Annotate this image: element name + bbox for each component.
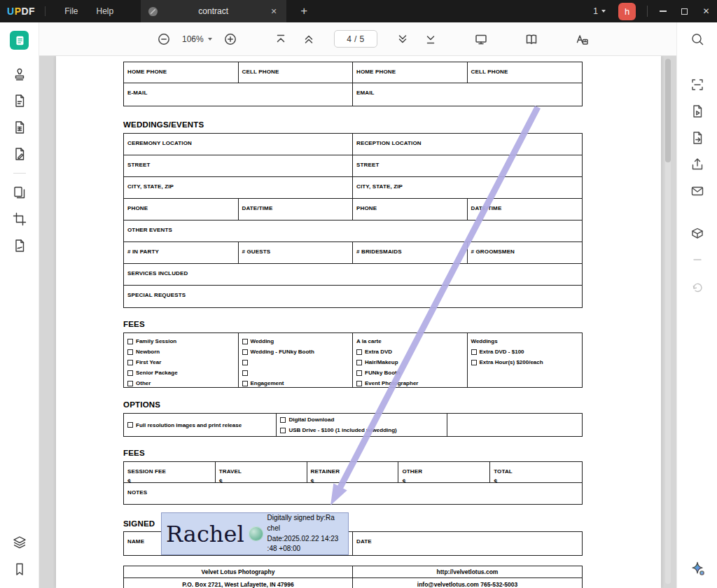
checkbox[interactable] <box>280 417 286 423</box>
options-table: Full resolution images and print release… <box>123 413 583 437</box>
field-label: DATE <box>356 538 372 545</box>
scrollbar-thumb[interactable] <box>665 59 671 162</box>
left-sidebar <box>0 22 39 588</box>
checkbox-item: Extra DVD <box>356 346 464 357</box>
first-page-button[interactable] <box>271 29 291 49</box>
checkbox[interactable] <box>471 349 477 355</box>
edit-tool-icon[interactable] <box>9 144 30 164</box>
table-row: P.O. Box 2721, West Lafayette, IN 47996 … <box>124 578 582 588</box>
email-icon[interactable] <box>687 181 708 202</box>
layers-icon[interactable] <box>9 532 30 553</box>
checkbox-item: Family Session <box>127 336 235 346</box>
digital-signature[interactable]: Rachel Digitally signed by:Ra chel Date:… <box>161 512 349 555</box>
center-column: 106% 4 / 5 <box>39 22 676 588</box>
stamp-tool-icon[interactable] <box>9 64 30 85</box>
crop-tool-icon[interactable] <box>9 209 30 230</box>
company-name: Velvet Lotus Photography <box>124 566 353 578</box>
checkbox[interactable] <box>127 370 133 376</box>
previous-page-button[interactable] <box>299 29 319 49</box>
export-icon[interactable] <box>687 127 708 148</box>
vertical-scrollbar[interactable] <box>665 59 671 584</box>
checkbox[interactable] <box>127 422 133 428</box>
logo-letter: F <box>29 6 35 17</box>
zoom-out-button[interactable] <box>154 29 174 49</box>
checkbox-label: Extra DVD - $100 <box>480 349 524 355</box>
checkbox[interactable] <box>356 381 362 386</box>
footer-table: Velvet Lotus Photography http://velvetlo… <box>123 566 583 588</box>
next-page-button[interactable] <box>393 29 412 49</box>
search-icon[interactable] <box>687 29 708 50</box>
reading-mode-button[interactable] <box>522 29 541 49</box>
field-label: # IN PARTY <box>127 248 159 255</box>
field-label: CITY, STATE, ZIP <box>356 183 403 190</box>
redo-icon[interactable] <box>687 276 708 297</box>
checkbox[interactable] <box>242 370 248 376</box>
zoom-in-button[interactable] <box>221 29 240 49</box>
document-tab[interactable]: contract ✕ <box>141 0 286 22</box>
checkbox-item: Other <box>127 378 235 387</box>
window-count-dropdown[interactable]: 1 <box>593 6 606 16</box>
collapse-icon[interactable] <box>687 249 708 270</box>
slideshow-icon[interactable] <box>687 101 708 122</box>
checkbox[interactable] <box>127 349 133 355</box>
form-field: Digital Download USB Drive - $100 (1 inc… <box>277 414 447 436</box>
signature-detail-line: :48 +08:00 <box>267 544 339 554</box>
field-label: DATE/TIME <box>471 205 502 211</box>
presentation-mode-button[interactable] <box>471 29 491 49</box>
table-row: Velvet Lotus Photography http://velvetlo… <box>124 566 582 578</box>
form-tool-icon[interactable] <box>9 117 30 138</box>
page-number-input[interactable]: 4 / 5 <box>334 30 377 48</box>
currency-symbol: $ <box>127 478 211 482</box>
checkbox[interactable] <box>127 339 133 344</box>
form-field: Full resolution images and print release <box>124 414 277 436</box>
checkbox[interactable] <box>242 360 248 365</box>
close-button[interactable]: ✕ <box>695 0 717 22</box>
table-row: SPECIAL REQUESTS <box>124 286 582 307</box>
logo-letter: U <box>7 6 15 17</box>
checkbox-item: Senior Package <box>127 368 235 378</box>
minimize-button[interactable] <box>652 0 674 22</box>
checkbox[interactable] <box>356 360 362 365</box>
currency-symbol: $ <box>402 478 486 482</box>
maximize-button[interactable] <box>674 0 695 22</box>
bookmark-icon[interactable] <box>9 559 30 580</box>
checkbox[interactable] <box>242 339 248 344</box>
share-icon[interactable] <box>687 154 708 175</box>
sign-tool-icon[interactable] <box>9 235 30 256</box>
checkbox[interactable] <box>356 370 362 376</box>
last-page-button[interactable] <box>421 29 440 49</box>
checkbox[interactable] <box>242 349 248 355</box>
checkbox[interactable] <box>356 349 362 355</box>
table-row: SERVICES INCLUDED <box>124 264 582 286</box>
comment-tool-icon[interactable] <box>9 90 30 111</box>
field-label: CEREMONY LOCATION <box>127 140 192 146</box>
cloud-box-icon[interactable] <box>687 223 708 244</box>
right-sidebar-bottom <box>687 556 708 582</box>
table-row: HOME PHONE CELL PHONE HOME PHONE CELL PH… <box>124 62 582 83</box>
organize-pages-icon[interactable] <box>9 182 30 203</box>
tab-close-icon[interactable]: ✕ <box>268 7 279 16</box>
ai-assistant-icon[interactable] <box>687 559 708 580</box>
form-field: SERVICES INCLUDED <box>124 264 582 285</box>
checkbox-item: Wedding - FUNky Booth <box>242 346 349 357</box>
form-field: # GROOMSMEN <box>468 242 583 263</box>
avatar[interactable]: h <box>618 3 636 20</box>
ocr-icon[interactable] <box>687 74 708 95</box>
checkbox[interactable] <box>242 381 248 386</box>
zoom-level-value: 106% <box>182 34 204 44</box>
new-tab-button[interactable]: + <box>300 4 307 18</box>
table-row: Full resolution images and print release… <box>124 414 582 436</box>
checkbox[interactable] <box>127 360 133 365</box>
menu-file[interactable]: File <box>55 0 87 22</box>
zoom-level-dropdown[interactable]: 106% <box>182 29 212 49</box>
updf-home-icon[interactable] <box>10 31 29 50</box>
table-row: CITY, STATE, ZIP CITY, STATE, ZIP <box>124 177 582 199</box>
checkbox[interactable] <box>280 428 286 433</box>
field-label: HOME PHONE <box>127 69 167 75</box>
form-field: HOME PHONE <box>124 62 239 83</box>
menu-help[interactable]: Help <box>88 0 123 22</box>
field-label: SPECIAL REQUESTS <box>127 292 186 298</box>
checkbox[interactable] <box>127 381 133 386</box>
checkbox[interactable] <box>471 360 477 365</box>
translate-button[interactable] <box>572 29 592 49</box>
